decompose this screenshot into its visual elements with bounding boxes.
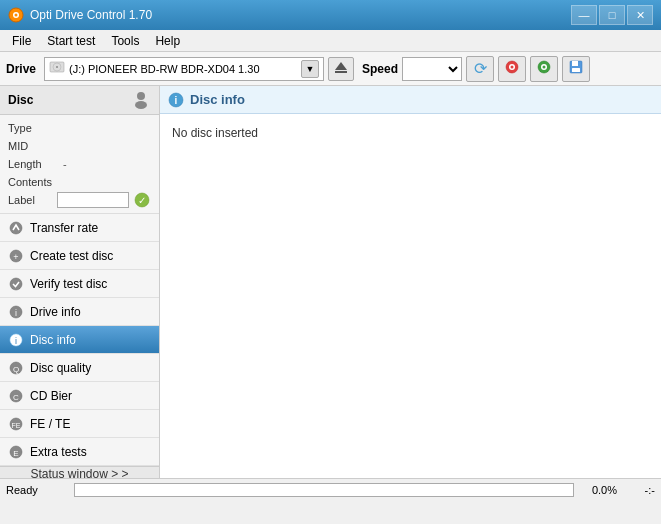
drive-text: (J:) PIONEER BD-RW BDR-XD04 1.30 <box>69 63 297 75</box>
verify-test-disc-icon <box>8 276 24 292</box>
sidebar-item-cd-bier[interactable]: C CD Bier <box>0 382 159 410</box>
contents-label: Contents <box>8 176 63 188</box>
menu-tools[interactable]: Tools <box>103 32 147 50</box>
red-icon <box>505 60 519 77</box>
sidebar: Disc Type MID Length - <box>0 86 160 478</box>
refresh-icon: ⟳ <box>474 59 487 78</box>
menu-start-test[interactable]: Start test <box>39 32 103 50</box>
svg-point-18 <box>135 101 147 109</box>
sidebar-nav: Transfer rate + Create test disc <box>0 214 159 466</box>
drive-info-icon: i <box>8 304 24 320</box>
disc-prop-length: Length - <box>8 155 151 173</box>
type-label: Type <box>8 122 63 134</box>
status-window-button[interactable]: Status window > > <box>0 466 159 478</box>
sidebar-item-disc-quality[interactable]: Q Disc quality <box>0 354 159 382</box>
svg-point-24 <box>10 278 22 290</box>
svg-point-13 <box>543 66 546 69</box>
eject-button[interactable] <box>328 57 354 81</box>
icon-button-2[interactable] <box>530 56 558 82</box>
sidebar-item-disc-info[interactable]: i Disc info <box>0 326 159 354</box>
maximize-button[interactable]: □ <box>599 5 625 25</box>
status-bar: Ready 0.0% -:- <box>0 478 661 500</box>
sidebar-item-verify-test-disc[interactable]: Verify test disc <box>0 270 159 298</box>
status-time: -:- <box>625 484 655 496</box>
extra-tests-icon: E <box>8 444 24 460</box>
refresh-button[interactable]: ⟳ <box>466 56 494 82</box>
drive-dropdown-button[interactable]: ▼ <box>301 60 319 78</box>
mid-label: MID <box>8 140 63 152</box>
sidebar-item-label: Extra tests <box>30 445 87 459</box>
label-input[interactable] <box>57 192 129 208</box>
svg-point-10 <box>511 66 514 69</box>
speed-select[interactable] <box>402 57 462 81</box>
title-bar: Opti Drive Control 1.70 — □ ✕ <box>0 0 661 30</box>
sidebar-item-label: Disc info <box>30 333 76 347</box>
svg-text:i: i <box>15 336 17 346</box>
minimize-button[interactable]: — <box>571 5 597 25</box>
speed-label: Speed <box>362 62 398 76</box>
sidebar-item-label: Drive info <box>30 305 81 319</box>
sidebar-item-create-test-disc[interactable]: + Create test disc <box>0 242 159 270</box>
disc-info-icon: i <box>8 332 24 348</box>
dropdown-arrow-icon: ▼ <box>306 64 315 74</box>
svg-text:i: i <box>175 95 178 106</box>
svg-rect-16 <box>572 68 580 72</box>
status-progress-bar-wrapper <box>74 483 574 497</box>
status-ready-text: Ready <box>6 484 66 496</box>
sidebar-item-extra-tests[interactable]: E Extra tests <box>0 438 159 466</box>
no-disc-text: No disc inserted <box>172 126 258 140</box>
sidebar-item-fe-te[interactable]: FE FE / TE <box>0 410 159 438</box>
svg-point-17 <box>137 92 145 100</box>
disc-prop-type: Type <box>8 119 151 137</box>
fe-te-icon: FE <box>8 416 24 432</box>
app-title: Opti Drive Control 1.70 <box>30 8 571 22</box>
disc-prop-label-row: Label ✓ <box>8 191 151 209</box>
eject-icon <box>334 60 348 77</box>
disc-properties: Type MID Length - Contents Label <box>0 115 159 214</box>
disc-properties-button[interactable] <box>131 90 151 110</box>
disc-prop-mid: MID <box>8 137 151 155</box>
svg-rect-15 <box>572 61 578 66</box>
svg-text:Q: Q <box>13 365 19 374</box>
cd-bier-icon: C <box>8 388 24 404</box>
panel-header-title: Disc info <box>190 92 245 107</box>
label-label: Label <box>8 194 57 206</box>
drive-icon <box>49 59 65 78</box>
sidebar-item-drive-info[interactable]: i Drive info <box>0 298 159 326</box>
menu-help[interactable]: Help <box>147 32 188 50</box>
sidebar-item-label: Create test disc <box>30 249 113 263</box>
panel-header: i Disc info <box>160 86 661 114</box>
svg-marker-6 <box>335 62 347 70</box>
sidebar-disc-header: Disc <box>0 86 159 115</box>
length-label: Length <box>8 158 63 170</box>
label-input-wrapper: ✓ <box>57 191 151 209</box>
status-percent: 0.0% <box>582 484 617 496</box>
drive-selector[interactable]: (J:) PIONEER BD-RW BDR-XD04 1.30 ▼ <box>44 57 324 81</box>
drive-label: Drive <box>6 62 36 76</box>
menu-file[interactable]: File <box>4 32 39 50</box>
sidebar-item-label: Transfer rate <box>30 221 98 235</box>
toolbar: Drive (J:) PIONEER BD-RW BDR-XD04 1.30 ▼… <box>0 52 661 86</box>
svg-point-2 <box>15 14 18 17</box>
icon-button-1[interactable] <box>498 56 526 82</box>
save-icon <box>569 60 583 77</box>
svg-text:i: i <box>15 308 17 318</box>
svg-text:+: + <box>13 252 18 262</box>
main-content: Disc Type MID Length - <box>0 86 661 478</box>
label-icon-button[interactable]: ✓ <box>133 191 151 209</box>
svg-text:C: C <box>13 393 19 402</box>
close-button[interactable]: ✕ <box>627 5 653 25</box>
panel-body: No disc inserted <box>160 114 661 478</box>
sidebar-item-label: Disc quality <box>30 361 91 375</box>
panel-header-icon: i <box>168 92 184 108</box>
menu-bar: File Start test Tools Help <box>0 30 661 52</box>
main-panel: i Disc info No disc inserted <box>160 86 661 478</box>
app-icon <box>8 7 24 23</box>
save-button[interactable] <box>562 56 590 82</box>
svg-point-5 <box>56 66 58 68</box>
sidebar-disc-label: Disc <box>8 93 33 107</box>
window-controls: — □ ✕ <box>571 5 653 25</box>
sidebar-item-label: Verify test disc <box>30 277 107 291</box>
transfer-rate-icon <box>8 220 24 236</box>
sidebar-item-transfer-rate[interactable]: Transfer rate <box>0 214 159 242</box>
